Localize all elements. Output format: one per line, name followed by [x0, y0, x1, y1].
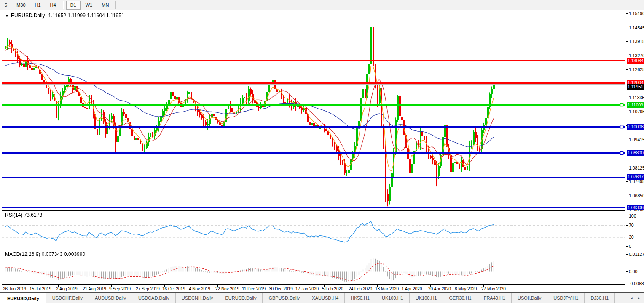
axis-tick-label: 1.09415 — [629, 137, 644, 142]
chart-tab-eurusd-daily[interactable]: EURUSD,Daily — [0, 293, 46, 303]
chart-tab-eurusd-daily[interactable]: EURUSD,Daily — [219, 293, 263, 303]
collapse-arrow-icon[interactable]: ▼ — [5, 14, 9, 18]
hline-price-label: 1.13034 — [627, 58, 644, 64]
axis-tick-label: 0.011277 — [629, 252, 644, 257]
axis-tick-label: 1.14545 — [629, 25, 644, 30]
axis-tick-mark — [626, 112, 628, 112]
date-axis-label: 9 Sep 2019 — [109, 287, 131, 291]
timeframe-button-d1[interactable]: D1 — [66, 1, 80, 10]
chart-tab-hk50-h1[interactable]: HK50,H1 — [345, 293, 376, 303]
axis-tick-mark — [626, 41, 628, 42]
macd-indicator-label: MACD(12,26,9) 0.007343 0.003990 — [5, 251, 85, 257]
axis-tick-mark — [626, 181, 628, 182]
timeframe-button-w1[interactable]: W1 — [81, 1, 97, 10]
timeframe-button-5[interactable]: 5 — [0, 1, 11, 10]
date-axis-label: 5 Feb 2020 — [322, 287, 343, 291]
date-axis-label: 15 Jul 2019 — [30, 287, 51, 291]
axis-tick-mark — [626, 254, 628, 255]
chart-tab-uk100-h1[interactable]: UK100,H1 — [376, 293, 410, 303]
mt4-window: 5M30H1H4D1W1MN ▼EURUSD,Daily1.11652 1.11… — [0, 0, 644, 303]
axis-tick-mark — [626, 168, 628, 168]
chart-tab-usdcad-daily[interactable]: USDCAD,Daily — [132, 293, 176, 303]
axis-tick-mark — [626, 140, 628, 140]
timeframe-button-h4[interactable]: H4 — [46, 1, 60, 10]
date-axis-label: 27 Sep 2019 — [136, 287, 160, 291]
chart-symbol-label: EURUSD,Daily — [11, 13, 45, 19]
macd-indicator-canvas[interactable] — [2, 250, 625, 284]
chart-tab-ger30-h1[interactable]: GER30,H1 — [443, 293, 478, 303]
axis-tick-mark — [626, 216, 628, 216]
axis-tick-mark — [626, 98, 628, 98]
axis-tick-label: 1.06850 — [629, 193, 644, 198]
date-axis-label: 17 Jan 2020 — [295, 287, 319, 291]
axis-tick-mark — [626, 237, 628, 237]
price-axis-column[interactable]: 1.151901.145451.139151.132701.126251.119… — [626, 11, 644, 285]
axis-tick-label: 1.11335 — [629, 95, 644, 100]
hline-price-label: 1.11009 — [627, 102, 644, 108]
axis-tick-label: 1.13915 — [629, 39, 644, 44]
chart-title: ▼EURUSD,Daily1.11652 1.11999 1.11604 1.1… — [5, 13, 124, 19]
axis-tick-label: 0.00 — [629, 269, 637, 274]
axis-tick-label: 1.13270 — [629, 53, 644, 58]
date-axis-label: 21 Aug 2019 — [83, 287, 106, 291]
axis-tick-mark — [626, 28, 628, 28]
price-chart-panel: ▼EURUSD,Daily1.11652 1.11999 1.11604 1.1… — [2, 11, 625, 209]
timeframe-button-mn[interactable]: MN — [97, 1, 113, 10]
chart-tab-usdcnh-daily[interactable]: USDCNH,Daily — [176, 293, 220, 303]
chart-tab-audusd-daily[interactable]: AUDUSD,Daily — [89, 293, 132, 303]
axis-tick-label: 1.15190 — [629, 11, 644, 16]
timeframe-button-h1[interactable]: H1 — [31, 1, 45, 10]
toolbar-separator — [115, 1, 116, 9]
hline-price-label: 1.06306 — [627, 205, 644, 210]
date-axis-label: 8 May 2020 — [455, 287, 477, 291]
toolbar-separator — [63, 1, 64, 9]
axis-tick-mark — [626, 225, 628, 226]
hline-price-label: 1.07697 — [627, 174, 644, 180]
axis-tick-mark — [626, 271, 628, 272]
axis-tick-label: 100 — [629, 213, 636, 218]
chart-tab-xauusd-h4[interactable]: XAUUSD,H4 — [306, 293, 345, 303]
axis-tick-mark — [626, 246, 628, 247]
date-axis-label: 27 May 2020 — [481, 287, 506, 291]
tab-scroll-right-icon[interactable]: ► — [637, 296, 641, 300]
date-axis-label: 20 Apr 2020 — [428, 287, 451, 291]
timeframe-button-m30[interactable]: M30 — [12, 1, 30, 10]
hline-price-label: 1.10008 — [627, 124, 644, 130]
hline-price-label: 1.08800 — [627, 150, 644, 156]
macd-indicator-panel: MACD(12,26,9) 0.007343 0.003990 — [2, 250, 625, 285]
timeframe-toolbar: 5M30H1H4D1W1MN — [0, 0, 644, 10]
axis-tick-mark — [626, 284, 628, 284]
axis-tick-mark — [626, 13, 628, 14]
chart-tab-usdchf-daily[interactable]: USDCHF,Daily — [46, 293, 89, 303]
price-chart-canvas[interactable] — [2, 11, 625, 209]
axis-tick-label: 1.10705 — [629, 109, 644, 114]
date-axis-label: 26 Jun 2019 — [3, 287, 26, 291]
chart-tab-uk100-h1[interactable]: UK100,H1 — [410, 293, 443, 303]
axis-tick-mark — [626, 56, 628, 56]
date-axis-label: 16 Oct 2019 — [162, 287, 185, 291]
rsi-indicator-panel: RSI(14) 73.6173 — [2, 210, 625, 248]
date-axis-label: 13 Mar 2020 — [375, 287, 399, 291]
rsi-indicator-label: RSI(14) 73.6173 — [5, 212, 42, 218]
axis-tick-mark — [626, 69, 628, 70]
chart-tab-fra40-h1[interactable]: FRA40,H1 — [478, 293, 512, 303]
chart-tab-dj30-h1[interactable]: DJ30,H1 — [585, 293, 615, 303]
axis-tick-label: 1.08125 — [629, 165, 644, 170]
current-price-label: 1.11951 — [627, 84, 644, 90]
date-axis-label: 22 Nov 2019 — [215, 287, 239, 291]
date-axis[interactable]: 26 Jun 201915 Jul 20192 Aug 201921 Aug 2… — [0, 285, 626, 292]
chart-ohlc-values: 1.11652 1.11999 1.11604 1.11951 — [48, 13, 124, 19]
chart-tab-gbpusd-daily[interactable]: GBPUSD,Daily — [263, 293, 306, 303]
date-axis-label: 30 Dec 2019 — [269, 287, 293, 291]
tab-scroll-left-icon[interactable]: ◄ — [630, 296, 633, 300]
chart-tab-usoil-daily[interactable]: USOil,Daily — [512, 293, 547, 303]
axis-tick-label: 1.12625 — [629, 67, 644, 72]
axis-tick-mark — [626, 196, 628, 196]
rsi-indicator-canvas[interactable] — [2, 211, 625, 248]
tab-scroll-arrows: ◄► — [630, 293, 644, 303]
chart-tab-bar: EURUSD,DailyUSDCHF,DailyAUDUSD,DailyUSDC… — [0, 292, 644, 303]
chart-tab-usdjpy-h1[interactable]: USDJPY,H1 — [547, 293, 585, 303]
date-axis-label: 1 Apr 2020 — [402, 287, 422, 291]
date-axis-label: 2 Aug 2019 — [56, 287, 78, 291]
axis-tick-label: 0 — [629, 244, 631, 249]
